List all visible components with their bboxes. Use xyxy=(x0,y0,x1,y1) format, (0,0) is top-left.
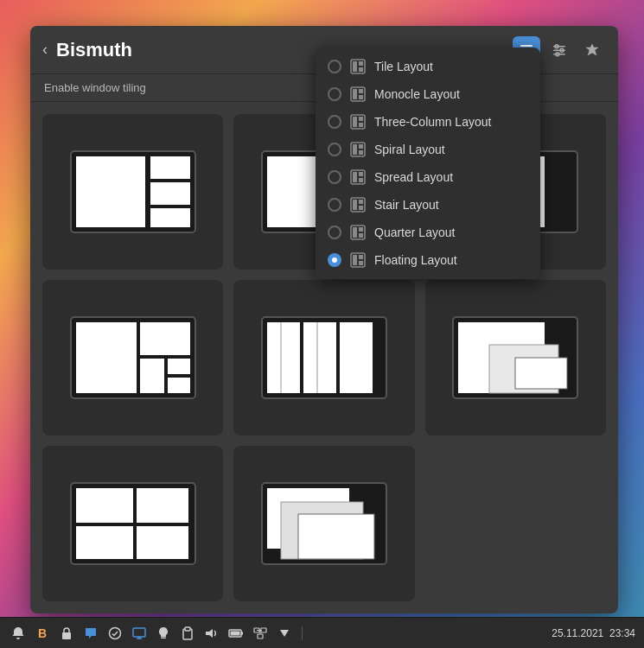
svg-rect-65 xyxy=(353,200,357,210)
svg-rect-34 xyxy=(515,358,567,389)
battery-icon[interactable] xyxy=(226,624,245,643)
svg-rect-46 xyxy=(359,61,363,66)
layout-small-icon xyxy=(350,252,366,268)
layout-small-icon xyxy=(350,225,366,240)
layout-tile-8[interactable] xyxy=(233,446,414,601)
svg-rect-12 xyxy=(150,182,190,205)
dropdown-item-monocle-layout[interactable]: Monocle Layout xyxy=(316,80,540,108)
layout-tile-6[interactable] xyxy=(425,280,606,435)
expand-icon[interactable] xyxy=(275,624,294,643)
dropdown-item-label: Tile Layout xyxy=(374,60,433,73)
layout-tile-5[interactable] xyxy=(233,280,414,435)
svg-rect-43 xyxy=(298,514,374,559)
dropdown-item-label: Spread Layout xyxy=(374,170,453,184)
radio-button[interactable] xyxy=(328,226,341,239)
svg-rect-57 xyxy=(353,144,357,155)
radio-button[interactable] xyxy=(328,253,341,267)
svg-rect-50 xyxy=(359,89,363,93)
dropdown-item-stair-layout[interactable]: Stair Layout xyxy=(316,191,540,219)
svg-rect-0 xyxy=(520,45,532,47)
clipboard-icon[interactable] xyxy=(178,624,197,643)
layout-small-icon xyxy=(350,169,366,185)
chat-icon[interactable] xyxy=(81,624,100,643)
svg-rect-76 xyxy=(62,632,71,639)
svg-rect-37 xyxy=(137,488,188,523)
subtitle-text: Enable window tiling xyxy=(44,81,146,94)
dropdown-item-label: Three-Column Layout xyxy=(374,115,491,129)
pin-button[interactable] xyxy=(578,36,606,64)
svg-rect-75 xyxy=(359,261,363,265)
dropdown-item-label: Quarter Layout xyxy=(374,226,455,239)
taskbar: B 25.11.2021 23:34 xyxy=(0,617,644,648)
layout-tile-7[interactable] xyxy=(42,446,223,601)
svg-rect-81 xyxy=(161,637,166,638)
svg-rect-71 xyxy=(359,233,363,238)
dropdown-item-spread-layout[interactable]: Spread Layout xyxy=(316,163,540,191)
svg-rect-22 xyxy=(140,359,164,393)
svg-rect-45 xyxy=(353,61,357,72)
svg-rect-39 xyxy=(137,526,188,559)
taskbar-datetime: 25.11.2021 23:34 xyxy=(552,627,635,639)
svg-rect-59 xyxy=(359,150,363,155)
bismuth-icon[interactable]: B xyxy=(33,624,52,643)
svg-rect-47 xyxy=(359,67,363,72)
layout-small-icon xyxy=(350,142,366,157)
notification-icon[interactable] xyxy=(9,624,28,643)
back-button[interactable]: ‹ xyxy=(42,41,48,59)
dropdown-item-label: Floating Layout xyxy=(374,253,457,267)
layout-tile-1[interactable] xyxy=(42,114,223,270)
svg-rect-28 xyxy=(340,322,373,393)
svg-rect-24 xyxy=(168,378,190,393)
dropdown-item-quarter-layout[interactable]: Quarter Layout xyxy=(316,219,540,246)
svg-rect-58 xyxy=(359,144,363,149)
svg-rect-53 xyxy=(353,117,357,127)
svg-rect-78 xyxy=(133,628,145,637)
dropdown-item-floating-layout[interactable]: Floating Layout xyxy=(316,246,540,274)
dropdown-item-tile-layout[interactable]: Tile Layout xyxy=(316,53,540,80)
taskbar-date: 25.11.2021 xyxy=(552,627,603,639)
radio-button[interactable] xyxy=(328,115,341,129)
svg-rect-67 xyxy=(359,206,363,210)
svg-marker-93 xyxy=(280,630,289,637)
radio-button[interactable] xyxy=(328,60,341,73)
svg-rect-51 xyxy=(359,95,363,99)
lock-icon[interactable] xyxy=(57,624,76,643)
svg-rect-38 xyxy=(76,526,133,559)
svg-rect-23 xyxy=(168,359,190,374)
svg-rect-13 xyxy=(150,208,190,227)
lightbulb-icon[interactable] xyxy=(154,624,173,643)
radio-button[interactable] xyxy=(328,87,341,101)
svg-rect-26 xyxy=(267,322,300,393)
svg-rect-54 xyxy=(359,117,363,121)
check-icon[interactable] xyxy=(105,624,124,643)
layout-small-icon xyxy=(350,86,366,102)
layout-tile-4[interactable] xyxy=(42,280,223,435)
svg-rect-87 xyxy=(231,631,240,635)
radio-button[interactable] xyxy=(328,170,341,184)
svg-rect-74 xyxy=(359,255,363,259)
svg-rect-36 xyxy=(76,488,133,523)
svg-rect-89 xyxy=(261,628,266,632)
taskbar-separator xyxy=(302,626,303,640)
svg-rect-86 xyxy=(241,632,243,635)
radio-button[interactable] xyxy=(328,198,341,212)
display-icon[interactable] xyxy=(130,624,149,643)
svg-rect-27 xyxy=(303,322,336,393)
svg-rect-21 xyxy=(140,322,190,355)
dropdown-item-three-column-layout[interactable]: Three-Column Layout xyxy=(316,108,540,136)
settings-sliders-button[interactable] xyxy=(545,36,573,64)
network-icon[interactable] xyxy=(251,624,270,643)
svg-rect-69 xyxy=(353,227,357,238)
svg-rect-11 xyxy=(150,156,190,179)
svg-rect-62 xyxy=(359,172,363,176)
dropdown-item-label: Stair Layout xyxy=(374,198,439,212)
layout-small-icon xyxy=(350,114,366,130)
radio-button[interactable] xyxy=(328,143,341,156)
dropdown-item-spiral-layout[interactable]: Spiral Layout xyxy=(316,136,540,163)
svg-rect-55 xyxy=(359,123,363,127)
svg-rect-83 xyxy=(185,627,190,631)
volume-icon[interactable] xyxy=(202,624,221,643)
svg-marker-84 xyxy=(206,629,213,638)
svg-point-77 xyxy=(110,627,121,638)
svg-rect-66 xyxy=(359,200,363,204)
